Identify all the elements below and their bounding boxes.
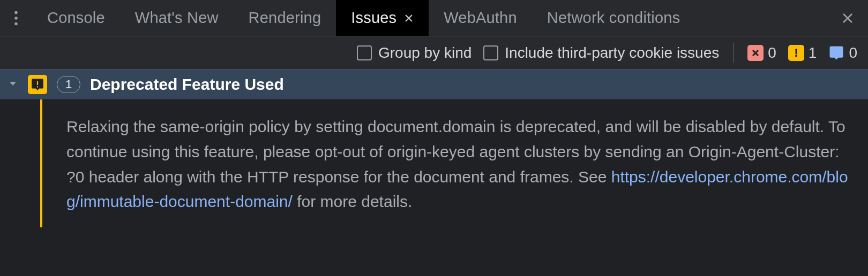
tab-label: Network conditions <box>547 9 680 27</box>
info-icon <box>828 45 844 61</box>
warning-icon: ! <box>788 45 804 61</box>
expand-chevron-icon[interactable] <box>8 76 18 93</box>
tab-label: Console <box>47 9 105 27</box>
issue-title: Deprecated Feature Used <box>90 75 284 94</box>
issue-body-container: Relaxing the same-origin policy by setti… <box>0 99 868 227</box>
checkbox-icon <box>357 45 372 60</box>
error-count[interactable]: 0 <box>747 44 776 62</box>
more-menu-button[interactable] <box>0 0 32 36</box>
error-icon <box>747 45 764 61</box>
tab-label: WebAuthn <box>444 9 517 27</box>
checkbox-label: Group by kind <box>378 44 472 62</box>
issue-count-pill: 1 <box>57 76 80 93</box>
issue-body: Relaxing the same-origin policy by setti… <box>43 99 868 227</box>
svg-point-1 <box>14 17 18 20</box>
tab-list: Console What's New Rendering Issues WebA… <box>32 0 695 36</box>
tab-label: What's New <box>135 9 219 27</box>
issue-count-value: 1 <box>65 78 72 91</box>
tab-label: Rendering <box>249 9 321 27</box>
tab-rendering[interactable]: Rendering <box>234 0 336 36</box>
checkbox-label: Include third-party cookie issues <box>505 44 719 62</box>
issue-description-text: for more details. <box>293 193 412 210</box>
tab-label: Issues <box>351 9 396 27</box>
issues-toolbar: Group by kind Include third-party cookie… <box>0 36 868 70</box>
tab-webauthn[interactable]: WebAuthn <box>429 0 532 36</box>
issue-row-header[interactable]: 1 Deprecated Feature Used <box>0 70 868 99</box>
tab-network-conditions[interactable]: Network conditions <box>532 0 695 36</box>
tab-whats-new[interactable]: What's New <box>120 0 234 36</box>
close-tab-icon[interactable] <box>404 13 414 23</box>
divider <box>733 43 734 63</box>
close-drawer-button[interactable] <box>833 0 863 36</box>
svg-point-2 <box>14 22 18 25</box>
warning-count[interactable]: ! 1 <box>788 44 817 62</box>
count-value: 0 <box>849 44 857 62</box>
count-value: 1 <box>809 44 817 62</box>
tab-issues[interactable]: Issues <box>336 0 429 36</box>
tab-console[interactable]: Console <box>32 0 120 36</box>
warning-icon <box>28 75 47 94</box>
svg-point-0 <box>14 11 18 14</box>
group-by-kind-checkbox[interactable]: Group by kind <box>357 44 472 62</box>
checkbox-icon <box>483 45 498 60</box>
info-count[interactable]: 0 <box>828 44 857 62</box>
include-third-party-checkbox[interactable]: Include third-party cookie issues <box>483 44 719 62</box>
drawer-tabbar: Console What's New Rendering Issues WebA… <box>0 0 868 36</box>
count-value: 0 <box>768 44 776 62</box>
severity-rail <box>0 99 43 227</box>
